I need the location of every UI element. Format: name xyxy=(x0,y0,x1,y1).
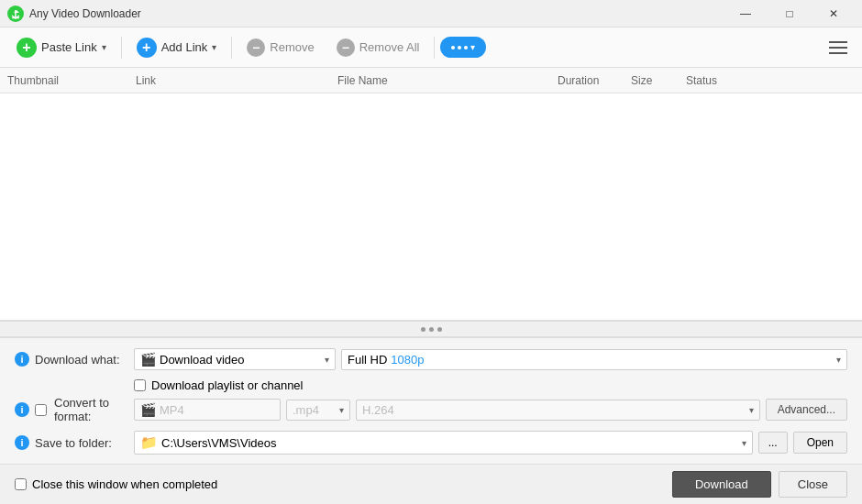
convert-ext-select[interactable]: .mp4 ▾ xyxy=(286,400,350,421)
close-window-label: Close this window when completed xyxy=(32,477,217,491)
save-folder-label-group: i Save to folder: xyxy=(15,435,134,450)
convert-format-value: MP4 xyxy=(160,403,184,417)
save-folder-info-icon[interactable]: i xyxy=(15,435,29,450)
add-link-label: Add Link xyxy=(161,40,208,54)
plus-icon: + xyxy=(17,38,37,58)
quality-value: 1080p xyxy=(391,353,424,367)
open-button[interactable]: Open xyxy=(793,432,847,454)
download-table: Thumbnail Link File Name Duration Size S… xyxy=(0,68,862,321)
maximize-button[interactable]: □ xyxy=(768,0,811,27)
playlist-label: Download playlist or channel xyxy=(151,378,303,392)
close-action-button[interactable]: Close xyxy=(779,471,847,498)
save-folder-label: Save to folder: xyxy=(35,436,112,450)
col-size-header: Size xyxy=(631,74,686,87)
hamburger-icon xyxy=(829,47,847,49)
remove-all-icon: − xyxy=(337,38,355,57)
add-link-arrow-icon: ▾ xyxy=(212,42,216,52)
close-window-checkbox[interactable] xyxy=(15,478,27,490)
collapse-handle[interactable] xyxy=(0,321,862,337)
convert-ext-arrow-icon: ▾ xyxy=(339,405,344,415)
remove-all-label: Remove All xyxy=(359,40,420,54)
remove-all-button[interactable]: − Remove All xyxy=(327,34,429,61)
col-duration-header: Duration xyxy=(558,74,631,87)
hamburger-menu-button[interactable] xyxy=(822,36,855,60)
convert-controls: 🎬 MP4 .mp4 ▾ H.264 ▾ Advanced... xyxy=(134,399,847,421)
col-status-header: Status xyxy=(686,74,855,87)
download-what-controls: 🎬 Download video ▾ Full HD 1080p ▾ xyxy=(134,348,847,370)
playlist-checkbox[interactable] xyxy=(134,379,146,391)
window-controls: — □ ✕ xyxy=(724,0,855,27)
folder-icon: 📁 xyxy=(140,434,158,451)
save-folder-controls: 📁 C:\Users\VMS\Videos ▾ ... Open xyxy=(134,431,847,455)
download-type-select[interactable]: 🎬 Download video ▾ xyxy=(134,348,336,370)
app-title: Any Video Downloader xyxy=(29,7,724,20)
convert-checkbox[interactable] xyxy=(35,404,47,416)
folder-path-arrow-icon: ▾ xyxy=(742,438,746,448)
download-what-info-icon[interactable]: i xyxy=(15,352,29,367)
close-window-group: Close this window when completed xyxy=(15,477,672,491)
toolbar-divider-2 xyxy=(231,37,232,59)
col-filename-header: File Name xyxy=(337,74,558,87)
minimize-button[interactable]: — xyxy=(724,0,767,27)
download-what-label-group: i Download what: xyxy=(15,352,134,367)
hamburger-icon xyxy=(829,52,847,54)
settings-panel: i Download what: 🎬 Download video ▾ Full… xyxy=(0,337,862,464)
app-icon xyxy=(7,5,24,22)
remove-label: Remove xyxy=(270,40,314,54)
add-link-button[interactable]: + Add Link ▾ xyxy=(127,33,227,62)
collapse-dots-icon xyxy=(421,327,442,332)
folder-path-value: C:\Users\VMS\Videos xyxy=(161,436,276,450)
bottom-actions: Download Close xyxy=(672,471,847,498)
convert-label: Convert to format: xyxy=(54,396,134,423)
paste-link-button[interactable]: + Paste Link ▾ xyxy=(7,33,116,62)
toolbar-divider-1 xyxy=(121,37,122,59)
convert-codec-arrow-icon: ▾ xyxy=(749,405,754,415)
paste-link-label: Paste Link xyxy=(41,40,97,54)
quality-select[interactable]: Full HD 1080p ▾ xyxy=(341,349,847,370)
convert-format-select[interactable]: 🎬 MP4 xyxy=(134,399,281,421)
download-what-label: Download what: xyxy=(35,353,120,367)
col-thumbnail-header: Thumbnail xyxy=(7,74,136,87)
add-plus-icon: + xyxy=(137,38,157,58)
convert-format-row: i Convert to format: 🎬 MP4 .mp4 ▾ H.264 … xyxy=(15,396,847,423)
film-icon: 🎬 xyxy=(140,352,156,367)
convert-codec-select[interactable]: H.264 ▾ xyxy=(356,400,760,421)
more-arrow-icon: ▾ xyxy=(470,42,475,52)
download-button[interactable]: Download xyxy=(672,471,771,498)
folder-path-select[interactable]: 📁 C:\Users\VMS\Videos ▾ xyxy=(134,431,753,455)
download-type-value: Download video xyxy=(160,353,245,367)
col-link-header: Link xyxy=(136,74,337,87)
save-folder-row: i Save to folder: 📁 C:\Users\VMS\Videos … xyxy=(15,429,847,456)
paste-link-arrow-icon: ▾ xyxy=(102,42,106,52)
hamburger-icon xyxy=(829,41,847,43)
bottom-bar: Close this window when completed Downloa… xyxy=(0,464,862,504)
playlist-checkbox-row: Download playlist or channel xyxy=(134,378,847,392)
convert-codec-value: H.264 xyxy=(362,403,394,417)
advanced-button[interactable]: Advanced... xyxy=(766,399,847,421)
toolbar-divider-3 xyxy=(434,37,435,59)
more-button[interactable]: ▾ xyxy=(440,37,486,58)
convert-ext-value: .mp4 xyxy=(293,403,319,417)
browse-button[interactable]: ... xyxy=(758,432,788,454)
table-header: Thumbnail Link File Name Duration Size S… xyxy=(0,68,862,93)
convert-film-icon: 🎬 xyxy=(140,402,156,417)
remove-button[interactable]: − Remove xyxy=(238,34,323,61)
download-type-arrow-icon: ▾ xyxy=(325,355,329,365)
convert-info-icon[interactable]: i xyxy=(15,402,29,417)
close-window-button[interactable]: ✕ xyxy=(812,0,855,27)
more-dots-icon xyxy=(451,46,468,49)
quality-label: Full HD xyxy=(348,353,387,367)
remove-icon: − xyxy=(247,38,265,57)
toolbar: + Paste Link ▾ + Add Link ▾ − Remove − R… xyxy=(0,27,862,68)
title-bar: Any Video Downloader — □ ✕ xyxy=(0,0,862,27)
download-what-row: i Download what: 🎬 Download video ▾ Full… xyxy=(15,345,847,373)
convert-label-group: i Convert to format: xyxy=(15,396,134,423)
quality-arrow-icon: ▾ xyxy=(836,355,841,365)
